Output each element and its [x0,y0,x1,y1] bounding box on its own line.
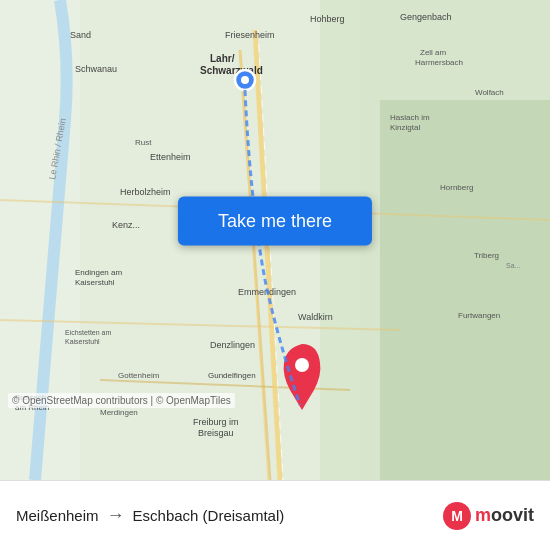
moovit-icon: M [443,502,471,530]
svg-text:Triberg: Triberg [474,251,499,260]
map-attribution: © OpenStreetMap contributors | © OpenMap… [8,393,235,408]
svg-text:Rust: Rust [135,138,152,147]
svg-text:Haslach im: Haslach im [390,113,430,122]
svg-point-41 [295,358,309,372]
svg-text:Hornberg: Hornberg [440,183,473,192]
destination-label: Eschbach (Dreisamtal) [133,507,285,524]
svg-text:Gottenheim: Gottenheim [118,371,160,380]
svg-text:Merdingen: Merdingen [100,408,138,417]
svg-text:Kinzigtal: Kinzigtal [390,123,420,132]
svg-text:Schwanau: Schwanau [75,64,117,74]
moovit-logo: M moovit [443,502,534,530]
moovit-m: m [475,505,491,525]
svg-text:Freiburg im: Freiburg im [193,417,239,427]
svg-text:Lahr/: Lahr/ [210,53,235,64]
svg-text:Kaiserstuhl: Kaiserstuhl [75,278,115,287]
svg-text:Eichstetten am: Eichstetten am [65,329,111,336]
svg-text:Herbolzheim: Herbolzheim [120,187,171,197]
svg-text:Waldkirn: Waldkirn [298,312,333,322]
svg-text:Harmersbach: Harmersbach [415,58,463,67]
svg-text:Denzlingen: Denzlingen [210,340,255,350]
moovit-rest: oovit [491,505,534,525]
svg-text:Sa...: Sa... [506,262,520,269]
route-info: Meißenheim → Eschbach (Dreisamtal) M moo… [16,502,534,530]
origin-label: Meißenheim [16,507,99,524]
svg-text:Friesenheim: Friesenheim [225,30,275,40]
svg-text:Wolfach: Wolfach [475,88,504,97]
svg-text:Gundelfingen: Gundelfingen [208,371,256,380]
route-arrow-icon: → [107,505,125,526]
moovit-brand-text: moovit [475,505,534,526]
svg-rect-3 [380,100,550,480]
bottom-bar: Meißenheim → Eschbach (Dreisamtal) M moo… [0,480,550,550]
svg-text:Sand: Sand [70,30,91,40]
svg-text:Ettenheim: Ettenheim [150,152,191,162]
svg-text:Hohberg: Hohberg [310,14,345,24]
svg-text:Endingen am: Endingen am [75,268,122,277]
svg-text:Kaiserstuhl: Kaiserstuhl [65,338,100,345]
svg-text:Breisgau: Breisgau [198,428,234,438]
svg-text:Kenz...: Kenz... [112,220,140,230]
svg-text:Gengenbach: Gengenbach [400,12,452,22]
svg-text:Furtwangen: Furtwangen [458,311,500,320]
map-container: Le Rhin / Rhein Hohberg Gengenbach Fries… [0,0,550,480]
svg-point-40 [241,76,249,84]
svg-text:Zell am: Zell am [420,48,447,57]
take-me-there-button[interactable]: Take me there [178,196,372,245]
